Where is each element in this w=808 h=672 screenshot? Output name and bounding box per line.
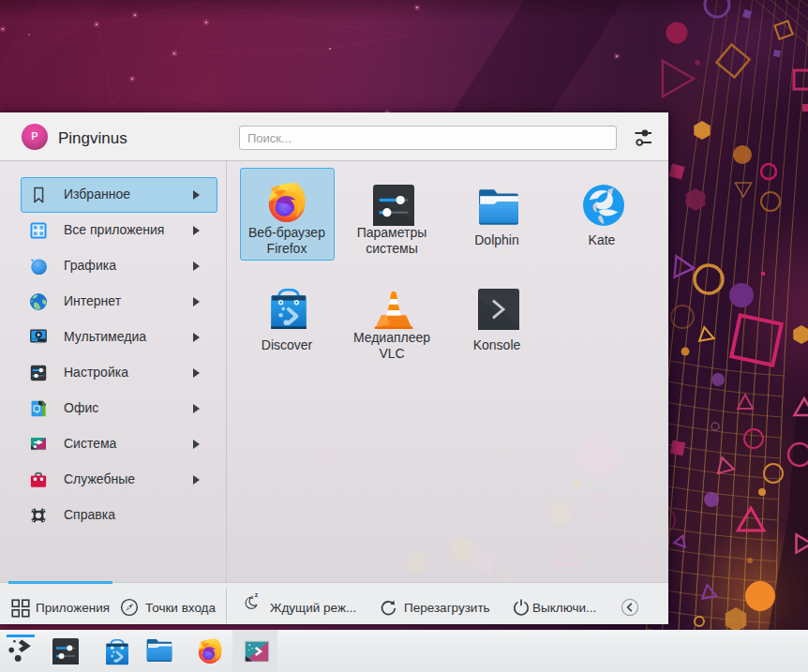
svg-text:z: z xyxy=(255,592,259,598)
svg-text:z: z xyxy=(251,594,254,600)
